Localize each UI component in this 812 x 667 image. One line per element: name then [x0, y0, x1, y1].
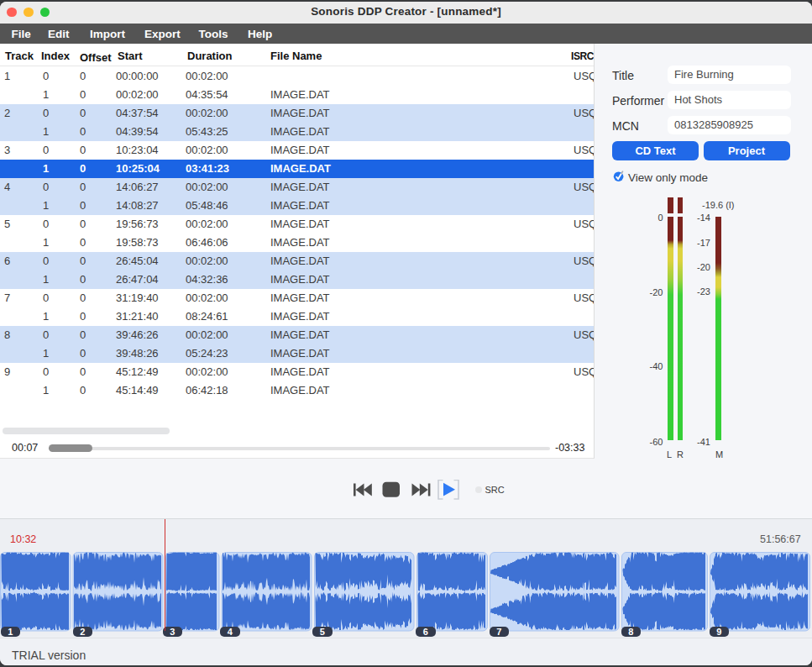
svg-text:SRC: SRC: [485, 484, 505, 494]
